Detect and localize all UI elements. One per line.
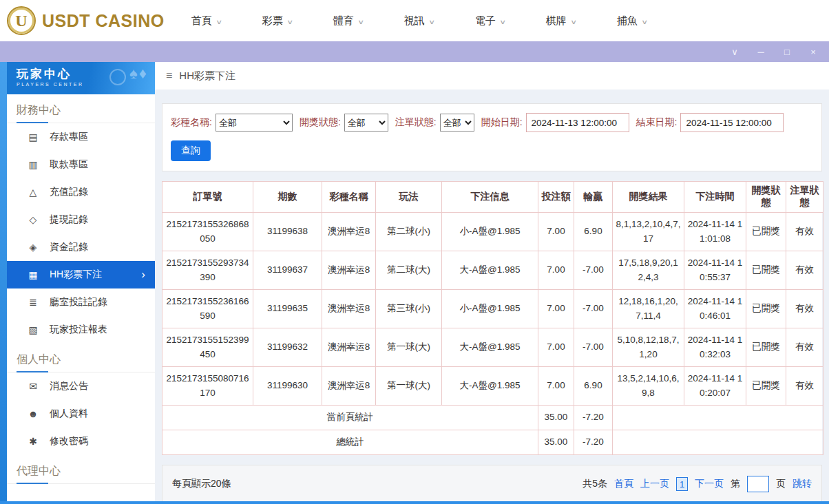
search-button[interactable]: 查詢 (171, 140, 211, 161)
maximize-icon[interactable]: □ (782, 48, 792, 56)
bets-table: 訂單號期數彩種名稱玩法下注信息投注額輸贏開獎結果下注時間開獎狀態注單狀態 215… (162, 181, 823, 455)
sidebar-item-recharge-record[interactable]: △充值記錄 (7, 178, 155, 206)
close-icon[interactable]: × (808, 48, 818, 56)
nav-item-sports[interactable]: 體育∨ (313, 14, 384, 28)
card-suits-icon: ♠♦ (129, 65, 148, 83)
sidebar-menu: 財務中心▤存款專區▥取款專區△充值記錄◇提現記錄◈資金記錄▦HH彩票下注›≣廳室… (7, 94, 155, 484)
order-status-label: 注單狀態: (395, 116, 437, 129)
window-titlebar: ∨─□× (0, 41, 829, 62)
end-date-input[interactable] (680, 113, 784, 132)
column-header: 投注額 (538, 182, 574, 213)
nav-item-lottery[interactable]: 彩票∨ (242, 14, 313, 28)
table-cell: 2024-11-14 10:20:07 (684, 367, 746, 406)
table-cell: 6.90 (574, 367, 613, 406)
lottery-name-select[interactable]: 全部 (216, 114, 293, 132)
sidebar-item-profile[interactable]: ☻個人資料 (7, 400, 155, 428)
table-cell: 13,5,2,14,10,6,9,8 (613, 367, 684, 406)
table-cell: -7.00 (574, 251, 613, 290)
sidebar-item-withdraw-area[interactable]: ▥取款專區 (7, 151, 155, 178)
chevron-down-icon: ∨ (570, 17, 577, 25)
prev-page-link[interactable]: 上一页 (640, 478, 669, 490)
summary-label: 總統計 (162, 430, 538, 455)
chevron-down-icon: ∨ (357, 17, 364, 25)
column-header: 期數 (253, 182, 322, 213)
table-cell: 小-A盤@1.985 (442, 290, 538, 328)
table-cell: 2024-11-14 10:55:37 (684, 251, 746, 290)
page-jump-input[interactable] (747, 476, 769, 492)
current-page-indicator[interactable]: 1 (676, 477, 688, 491)
pager: 共5条 首頁 上一页 1 下一页 第 页 跳转 (583, 476, 812, 492)
order-status-select[interactable]: 全部 (440, 114, 474, 132)
sidebar-item-player-bet-report[interactable]: ▧玩家投注報表 (7, 316, 155, 344)
table-cell: 有效 (786, 213, 823, 251)
deposit-icon: ▤ (28, 132, 39, 143)
bets-table-body: 215217315532686805031199638澳洲幸运8第二球(小)小-… (162, 213, 823, 455)
jump-button[interactable]: 跳转 (793, 478, 812, 490)
table-cell: 6.90 (574, 213, 613, 251)
table-cell: 已開獎 (746, 328, 786, 367)
nav-item-home[interactable]: 首頁∨ (171, 14, 242, 28)
filter-panel: 彩種名稱: 全部 開獎狀態: 全部 注單狀態: 全部 開始日期: (162, 103, 822, 171)
summary-row: 當前頁統計35.00-7.20 (162, 406, 823, 430)
nav-item-fishing[interactable]: 捕魚∨ (596, 14, 667, 28)
table-cell: 已開獎 (746, 213, 786, 251)
sidebar-item-hh-lottery-bets[interactable]: ▦HH彩票下注› (7, 261, 155, 288)
table-cell: 2024-11-14 10:46:01 (684, 290, 746, 328)
table-cell: 7.00 (538, 367, 574, 406)
summary-winloss-total: -7.20 (574, 406, 613, 430)
nav-item-chess[interactable]: 棋牌∨ (525, 14, 596, 28)
column-header: 下注時間 (684, 182, 746, 213)
nav-item-slots[interactable]: 電子∨ (454, 14, 525, 28)
password-icon: ✱ (28, 436, 39, 447)
main-panel: ≡ HH彩票下注 彩種名稱: 全部 開獎狀態: 全部 注單狀態: (155, 62, 829, 501)
table-cell: 第一球(大) (376, 367, 442, 406)
chevron-down-icon: ∨ (286, 17, 293, 25)
sidebar-item-room-bet-record[interactable]: ≣廳室投註記錄 (7, 288, 155, 316)
window-controls: ∨─□× (730, 48, 818, 56)
table-cell: 第一球(大) (376, 328, 442, 367)
sidebar-item-change-password[interactable]: ✱修改密碼 (7, 428, 155, 455)
bottom-accent-strip (0, 501, 829, 504)
column-header: 開獎狀態 (746, 182, 786, 213)
end-date-label: 結束日期: (636, 116, 678, 129)
left-accent-strip (0, 62, 7, 501)
table-cell: 2024-11-14 10:32:03 (684, 328, 746, 367)
sidebar-item-deposit-area[interactable]: ▤存款專區 (7, 123, 155, 151)
section-title-finance: 財務中心 (7, 94, 155, 123)
first-page-link[interactable]: 首頁 (614, 478, 633, 490)
summary-empty-cell (613, 430, 823, 455)
sidebar-item-withdrawal-record[interactable]: ◇提現記錄 (7, 206, 155, 233)
collapse-icon[interactable]: ∨ (730, 48, 739, 56)
draw-status-select[interactable]: 全部 (344, 114, 388, 132)
draw-status-label: 開獎狀態: (300, 116, 341, 129)
minimize-icon[interactable]: ─ (756, 48, 766, 56)
table-row: 215217315508071617031199630澳洲幸运8第一球(大)大-… (162, 367, 823, 406)
column-header: 注單狀態 (786, 182, 823, 213)
column-header: 玩法 (376, 182, 442, 213)
table-cell: 2152173155293734390 (162, 251, 253, 290)
page-title: HH彩票下注 (179, 70, 235, 83)
chevron-right-icon: › (141, 268, 145, 282)
chevron-down-icon: ∨ (216, 17, 222, 25)
logo-text: USDT CASINO (42, 11, 165, 31)
table-cell: 17,5,18,9,20,12,4,3 (613, 251, 684, 290)
sidebar-item-announcements[interactable]: ✉消息公告 (7, 372, 155, 400)
start-date-input[interactable] (526, 113, 629, 132)
table-row: 215217315523616659031199635澳洲幸运8第三球(小)小-… (162, 290, 823, 328)
table-cell: 31199635 (253, 290, 322, 328)
withdraw-icon: ▥ (28, 159, 39, 170)
total-count-text: 共5条 (583, 478, 607, 490)
sidebar-item-funds-record[interactable]: ◈資金記錄 (7, 233, 155, 261)
table-row: 215217315532686805031199638澳洲幸运8第二球(小)小-… (162, 213, 823, 251)
table-cell: 8,1,13,2,10,4,7,17 (613, 213, 684, 251)
next-page-link[interactable]: 下一页 (695, 478, 724, 490)
start-date-label: 開始日期: (481, 116, 523, 129)
section-title-personal: 個人中心 (7, 344, 155, 372)
menu-icon[interactable]: ≡ (166, 70, 172, 82)
announcement-icon: ✉ (28, 381, 39, 392)
nav-item-live[interactable]: 視訊∨ (384, 14, 454, 28)
table-cell: 31199630 (253, 367, 322, 406)
bets-table-card: 訂單號期數彩種名稱玩法下注信息投注額輸贏開獎結果下注時間開獎狀態注單狀態 215… (162, 181, 822, 455)
section-title-agent: 代理中心 (7, 455, 155, 484)
table-row: 215217315529373439031199637澳洲幸运8第二球(大)大-… (162, 251, 823, 290)
